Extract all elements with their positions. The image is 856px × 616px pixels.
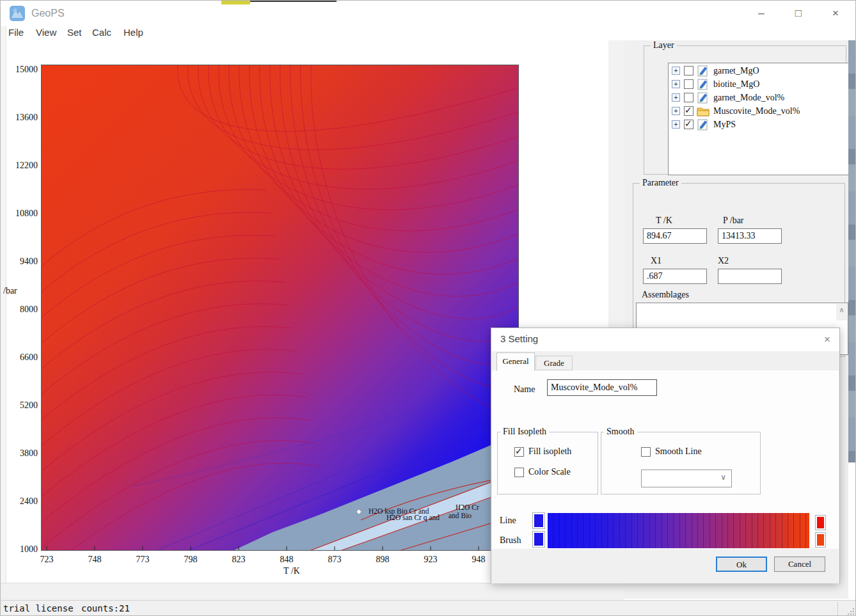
layer-groupbox: Layer +✓garnet_MgO+✓biotite_MgO+✓garnet_…: [644, 45, 846, 175]
layer-visibility-checkbox[interactable]: ✓: [684, 66, 694, 75]
minimize-button[interactable]: –: [743, 1, 780, 26]
layer-item-label: garnet_Mode_vol%: [713, 93, 784, 103]
name-input[interactable]: [547, 379, 657, 396]
layer-visibility-checkbox[interactable]: ✓: [684, 106, 694, 116]
setting-dialog: 3 Setting × General Grade Name Fill Isop…: [491, 328, 840, 583]
menu-view[interactable]: View: [36, 27, 56, 38]
t-value-field[interactable]: [643, 228, 707, 244]
tab-grade[interactable]: Grade: [535, 356, 573, 370]
close-button[interactable]: ×: [817, 1, 854, 26]
fill-isopleth-checkbox-label: Fill isopleth: [528, 446, 571, 457]
layer-item-garnet_mgo[interactable]: +✓garnet_MgO: [669, 65, 856, 77]
ok-button[interactable]: Ok: [716, 557, 767, 572]
assemblages-label: Assemblages: [642, 290, 689, 300]
layer-visibility-checkbox[interactable]: ✓: [684, 79, 694, 89]
svg-text:and Bio: and Bio: [448, 512, 472, 519]
horizontal-scrollbar[interactable]: ‹ ›: [1, 583, 624, 600]
layer-item-label: garnet_MgO: [713, 66, 759, 76]
x-tick-label: 848: [267, 555, 306, 565]
layer-item-label: Muscovite_Mode_vol%: [713, 106, 800, 116]
license-status: trial license: [3, 603, 74, 613]
menu-bar: FileViewSetCalcHelp: [1, 26, 856, 42]
note-icon: [697, 119, 709, 130]
background-window-sliver: [221, 1, 250, 4]
menu-set[interactable]: Set: [67, 27, 82, 38]
status-separator: [837, 602, 838, 616]
fill-isopleth-checkbox[interactable]: ✓ Fill isopleth: [514, 446, 571, 457]
svg-text:H2O san Cr q and: H2O san Cr q and: [386, 514, 440, 522]
smooth-line-checkbox[interactable]: ✓ Smooth Line: [641, 446, 702, 457]
smooth-line-checkbox-label: Smooth Line: [655, 446, 702, 457]
x-tick-label: 873: [315, 555, 354, 565]
x1-label: X1: [651, 256, 662, 266]
app-window: GeoPS – □ × FileViewSetCalcHelp: [0, 0, 856, 616]
layer-item-biotite_mgo[interactable]: +✓biotite_MgO: [669, 78, 856, 90]
dialog-close-icon[interactable]: ×: [824, 333, 830, 346]
x-tick-label: 723: [28, 555, 66, 565]
layer-item-myps[interactable]: +✓MyPS: [669, 118, 856, 130]
layer-tree[interactable]: +✓garnet_MgO+✓biotite_MgO+✓garnet_Mode_v…: [668, 63, 856, 175]
expand-icon[interactable]: +: [672, 80, 680, 88]
line-end-color: [817, 517, 824, 528]
counts-status: counts:21: [81, 603, 130, 613]
x1-value-field[interactable]: [643, 269, 707, 284]
line-start-color: [534, 514, 543, 527]
brush-start-color: [534, 533, 543, 546]
y-tick-label: 15000: [4, 65, 38, 75]
cancel-button[interactable]: Cancel: [774, 557, 825, 572]
expand-icon[interactable]: +: [672, 67, 680, 75]
layer-visibility-checkbox[interactable]: ✓: [684, 93, 694, 102]
layer-item-garnet_mode_vol%[interactable]: +✓garnet_Mode_vol%: [669, 91, 856, 104]
menu-calc[interactable]: Calc: [92, 27, 111, 38]
x-axis-label: T /K: [273, 566, 311, 576]
expand-icon[interactable]: +: [672, 93, 680, 102]
color-scale-checkbox[interactable]: ✓ Color Scale: [514, 467, 571, 477]
brush-start-color-swatch[interactable]: [532, 531, 545, 548]
smooth-line-checkbox-box[interactable]: ✓: [641, 447, 651, 457]
x2-value-field[interactable]: [718, 269, 782, 284]
x-tick-label: 748: [75, 555, 114, 565]
brush-end-color-swatch[interactable]: [815, 532, 826, 548]
p-label: P /bar: [723, 216, 744, 226]
y-tick-label: 8000: [4, 304, 38, 315]
tab-general[interactable]: General: [496, 352, 535, 371]
dialog-tab-row: General Grade: [491, 351, 839, 371]
x2-label: X2: [718, 256, 729, 266]
x-tick-label: 923: [411, 555, 450, 565]
desktop-background-sliver: [848, 40, 856, 462]
smooth-combobox[interactable]: ∨: [641, 470, 732, 487]
layer-item-label: biotite_MgO: [713, 79, 759, 90]
layer-visibility-checkbox[interactable]: ✓: [684, 120, 694, 129]
smooth-group-title: Smooth: [604, 427, 637, 437]
menu-file[interactable]: File: [8, 27, 24, 38]
x-tick-label: 773: [123, 555, 162, 565]
expand-icon[interactable]: +: [672, 107, 680, 115]
expand-icon[interactable]: +: [672, 120, 680, 129]
layer-item-muscovite_mode_vol%[interactable]: +✓Muscovite_Mode_vol%: [669, 105, 856, 117]
t-label: T /K: [656, 216, 672, 226]
assemblages-scroll-up-icon[interactable]: ∧: [836, 304, 847, 320]
name-label: Name: [514, 384, 535, 395]
dialog-title-bar[interactable]: 3 Setting ×: [491, 328, 839, 351]
brush-label: Brush: [500, 535, 521, 546]
y-tick-label: 6600: [4, 352, 38, 363]
y-tick-label: 9400: [4, 257, 38, 267]
maximize-button[interactable]: □: [780, 1, 817, 26]
resize-grip[interactable]: [847, 608, 855, 615]
smooth-groupbox: Smooth ✓ Smooth Line ∨: [601, 432, 761, 494]
x-tick-label: 898: [363, 555, 402, 565]
line-start-color-swatch[interactable]: [532, 512, 545, 529]
y-tick-label: 2400: [4, 496, 38, 507]
folder-icon: [697, 106, 709, 117]
fill-isopleth-checkbox-box[interactable]: ✓: [514, 447, 524, 457]
chevron-down-icon: ∨: [720, 473, 726, 482]
p-value-field[interactable]: [718, 228, 782, 244]
color-scale-gradient-bar[interactable]: [548, 513, 809, 548]
line-end-color-swatch[interactable]: [815, 515, 826, 530]
color-scale-checkbox-box[interactable]: ✓: [514, 468, 524, 477]
title-bar: GeoPS – □ ×: [1, 1, 856, 26]
menu-help[interactable]: Help: [123, 27, 143, 38]
phase-diagram-plot[interactable]: H2O ksp Bio Cr andH2O san Cr q andH2O Cr…: [41, 65, 519, 551]
fill-isopleth-groupbox: Fill Isopleth ✓ Fill isopleth ✓ Color Sc…: [497, 432, 598, 494]
y-tick-label: 13600: [4, 113, 38, 123]
